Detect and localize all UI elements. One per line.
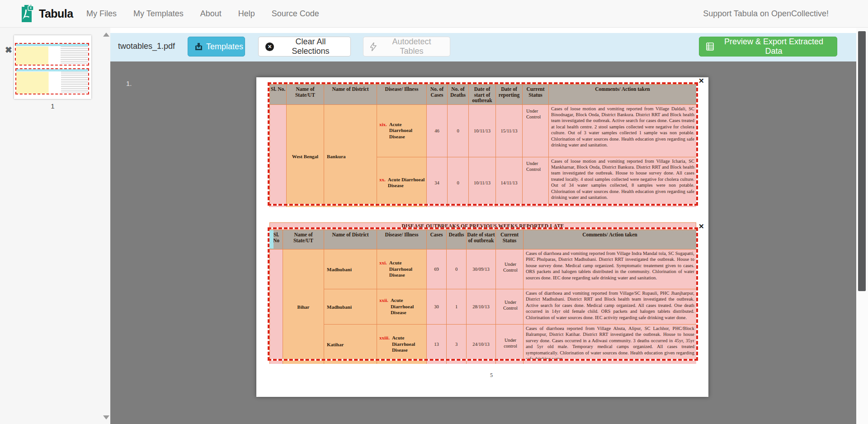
scroll-up-icon[interactable] [103,33,109,37]
thumbnail-selection-1[interactable] [15,43,89,66]
page-thumbnail[interactable] [14,35,91,99]
remove-page-icon[interactable]: ✖ [5,46,12,54]
thumbnail-page-number: 1 [14,102,91,110]
support-opencollective-link[interactable]: Support Tabula on OpenCollective! [703,0,829,27]
preview-export-button[interactable]: Preview & Export Extracted Data [699,37,837,57]
thumbnail-selection-2[interactable] [15,68,89,94]
nav-my-files[interactable]: My Files [86,9,117,19]
selection-resize-handle[interactable] [269,230,274,249]
table-list-icon [706,42,714,51]
flash-icon [370,42,377,51]
templates-button[interactable]: Templates [188,37,245,57]
brand[interactable]: Tabula [18,4,73,23]
thumbnail-table-preview [16,44,88,65]
autodetect-button-label: Autodetect Tables [380,37,443,56]
selection-box-2[interactable] [268,227,698,361]
scrollbar-thumb[interactable] [858,31,866,291]
pdf-page[interactable]: Sl. No. Name of State/UT Name of Distric… [256,77,708,397]
templates-button-label: Templates [206,42,243,52]
pdf-page-number: 5 [482,372,500,379]
clear-all-selections-button[interactable]: ✕ Clear All Selections [258,37,351,57]
nav-about[interactable]: About [200,9,222,19]
remove-circle-glyph: ✕ [268,44,272,50]
brand-name: Tabula [39,7,73,20]
window-scrollbar[interactable] [856,28,868,424]
export-button-label: Preview & Export Extracted Data [717,37,830,56]
main-nav: My Files My Templates About Help Source … [86,0,319,27]
remove-circle-icon: ✕ [265,42,274,51]
toolbar-top-strip [110,28,868,33]
tabula-logo-icon [18,4,34,23]
page-marker: 1. [126,80,132,87]
thumbnail-table-preview [16,69,88,94]
scroll-down-icon[interactable] [103,415,109,419]
selection-box-1[interactable] [268,82,698,206]
filename-label: twotables_1.pdf [118,42,175,51]
document-viewport: 1. Sl. No. Name of State/UT Name of Dist… [110,61,868,424]
selection-2-close-icon[interactable]: ✕ [698,223,704,230]
thumbnail-sidebar: ✖ 1 [0,28,110,424]
nav-help[interactable]: Help [238,9,255,19]
nav-my-templates[interactable]: My Templates [133,9,184,19]
save-icon [195,43,203,51]
navbar: Tabula My Files My Templates About Help … [0,0,868,28]
toolbar: twotables_1.pdf Templates ✕ Clear All Se… [110,33,868,61]
nav-source-code[interactable]: Source Code [272,9,319,19]
selection-1-close-icon[interactable]: ✕ [698,77,704,84]
autodetect-tables-button[interactable]: Autodetect Tables [363,37,450,57]
clear-button-label: Clear All Selections [278,37,344,56]
